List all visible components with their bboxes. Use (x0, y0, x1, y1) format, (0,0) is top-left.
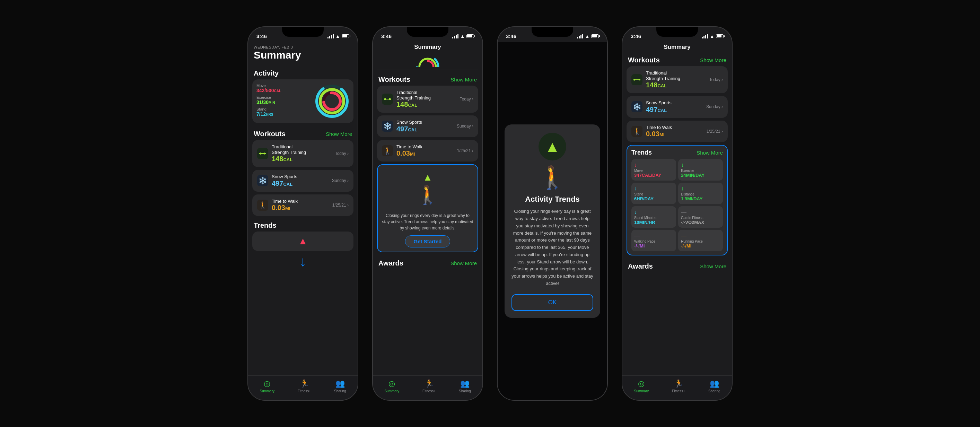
awards-show-more-4[interactable]: Show More (700, 263, 726, 269)
standmin-arrow: ↓ (634, 209, 673, 215)
workouts-section-header: Workouts Show More (248, 127, 358, 140)
standmin-value: 10MIN/HR (634, 220, 673, 225)
trends-grid-header: Trends Show More (632, 149, 723, 156)
signal-icon-2 (452, 34, 458, 38)
runpace-arrow: — (681, 233, 720, 239)
phone-3: 3:46 ▲ ▲ (497, 26, 608, 401)
summary-icon: ◎ (264, 379, 270, 388)
workout-info-2-1: TraditionalStrength Training 148CAL (396, 90, 457, 108)
modal-walk-figure: 🚶 (511, 165, 593, 191)
tab-summary-2[interactable]: ◎ Summary (384, 379, 399, 393)
battery-icon-2 (466, 34, 474, 38)
get-started-button[interactable]: Get Started (405, 235, 450, 247)
tab-fitness-2[interactable]: 🏃 Fitness+ (422, 379, 436, 393)
date-label: WEDNESDAY, FEB 3 (254, 45, 352, 49)
workout-info-4-3: Time to Walk 0.03MI (646, 125, 703, 138)
tab-sharing-1[interactable]: 👥 Sharing (334, 379, 346, 393)
workouts-show-more-2[interactable]: Show More (450, 76, 477, 83)
modal-icon-bg: ▲ (539, 133, 566, 161)
workout-date-2: Sunday › (332, 178, 348, 183)
signal-icon-3 (577, 34, 583, 38)
fitness-icon-4: 🏃 (674, 379, 683, 388)
tab-fitness-1[interactable]: 🏃 Fitness+ (298, 379, 311, 393)
fitness-icon: 🏃 (300, 379, 309, 388)
tab-fitness-4[interactable]: 🏃 Fitness+ (672, 379, 685, 393)
tab-sharing-2[interactable]: 👥 Sharing (459, 379, 471, 393)
partial-rings (377, 53, 478, 70)
distance-value: 1.9MI/DAY (681, 196, 720, 201)
tab-sharing-label: Sharing (334, 389, 346, 393)
tab-summary-label-4: Summary (634, 389, 649, 393)
awards-show-more-2[interactable]: Show More (450, 260, 477, 266)
battery-icon-4 (716, 34, 724, 38)
phone-1: 3:46 ▲ WEDNESDAY, FEB 3 Summary Activity (247, 26, 358, 401)
workout-date-1: Today › (335, 151, 348, 156)
phone2-scroll[interactable]: Workouts Show More TraditionalStrength T… (373, 53, 482, 375)
sharing-icon-4: 👥 (710, 379, 719, 388)
status-icons-1: ▲ (328, 33, 349, 39)
workout-row-4-3[interactable]: 🚶 Time to Walk 0.03MI 1/25/21 › (627, 121, 728, 142)
wifi-icon-3: ▲ (585, 33, 589, 39)
activity-card[interactable]: Move 342/500CAL Exercise 31/30MIN Stand … (252, 80, 353, 123)
workouts-show-more-1[interactable]: Show More (326, 131, 352, 137)
workout-row-2[interactable]: ❄️ Snow Sports 497CAL Sunday › (252, 170, 353, 192)
svg-rect-10 (261, 153, 265, 154)
trend-cell-walkpace: — Walking Pace -/-/MI (632, 230, 676, 251)
modal-body: Closing your rings every day is a great … (511, 208, 593, 287)
notch-2 (407, 27, 449, 37)
modal-ok-button[interactable]: OK (511, 294, 593, 311)
phone1-scroll[interactable]: WEDNESDAY, FEB 3 Summary Activity Move 3… (248, 42, 358, 375)
move-value: 347CAL/DAY (634, 173, 673, 178)
trends-figure: ▲ 🚶 (382, 169, 473, 210)
tab-sharing-label-4: Sharing (708, 389, 720, 393)
tab-summary-4[interactable]: ◎ Summary (634, 379, 649, 393)
trends-title-1: Trends (254, 221, 277, 229)
phone4-scroll[interactable]: Workouts Show More TraditionalStrength T… (622, 53, 732, 375)
nav-title-2: Summary (373, 42, 482, 53)
activity-title: Activity (254, 69, 278, 77)
workouts-show-more-4[interactable]: Show More (700, 57, 726, 63)
trends-preview-1: ▲ (248, 231, 358, 251)
workout-icon-strength (257, 148, 268, 159)
cardio-arrow: — (681, 209, 720, 215)
workout-row-4-2[interactable]: ❄️ Snow Sports 497CAL Sunday › (627, 96, 728, 118)
walk-figure-icon: 🚶 (539, 165, 566, 191)
tab-bar-1: ◎ Summary 🏃 Fitness+ 👥 Sharing (248, 375, 358, 400)
walkpace-arrow: — (634, 233, 673, 239)
trend-cell-standmin: ↓ Stand Minutes 10MIN/HR (632, 206, 676, 228)
exercise-value: 24MIN/DAY (681, 173, 720, 178)
wifi-icon: ▲ (336, 33, 340, 39)
workouts-title-1: Workouts (254, 130, 286, 138)
workout-row-2-2[interactable]: ❄️ Snow Sports 497CAL Sunday › (377, 115, 478, 137)
stand-arrow: ↓ (634, 185, 673, 192)
workout-row-2-1[interactable]: TraditionalStrength Training 148CAL Toda… (377, 86, 478, 113)
workout-icon-snow: ❄️ (257, 175, 268, 186)
awards-title-2: Awards (379, 259, 403, 267)
time-4: 3:46 (631, 33, 641, 39)
workout-row-1[interactable]: TraditionalStrength Training 148CAL Toda… (252, 140, 353, 167)
workout-date-3: 1/25/21 › (332, 203, 348, 208)
nav-title-4: Summary (622, 42, 732, 53)
workout-info-3: Time to Walk 0.03MI (272, 199, 329, 212)
tab-summary-1[interactable]: ◎ Summary (259, 379, 274, 393)
blue-arrow-annotation: ↓ (248, 251, 358, 272)
workout-row-3[interactable]: 🚶 Time to Walk 0.03MI 1/25/21 › (252, 194, 353, 216)
workout-row-2-3[interactable]: 🚶 Time to Walk 0.03MI 1/25/21 › (377, 140, 478, 162)
trend-cell-exercise: ↓ Exercise 24MIN/DAY (678, 159, 723, 180)
trends-card-bordered[interactable]: ▲ 🚶 Closing your rings every day is a gr… (377, 164, 478, 252)
svg-rect-23 (635, 80, 639, 80)
workout-info-2-3: Time to Walk 0.03MI (396, 144, 453, 158)
tab-sharing-4[interactable]: 👥 Sharing (708, 379, 720, 393)
trends-show-more-4[interactable]: Show More (697, 150, 723, 156)
battery-icon (342, 34, 349, 38)
phone1-header: WEDNESDAY, FEB 3 Summary (248, 42, 358, 67)
workout-row-4-1[interactable]: TraditionalStrength Training 148CAL Toda… (627, 66, 728, 93)
workouts-section-header-2: Workouts Show More (373, 73, 482, 86)
get-started-wrapper: Get Started (382, 234, 473, 247)
modal-title: Activity Trends (511, 195, 593, 204)
trend-cell-stand: ↓ Stand 6HR/DAY (632, 183, 676, 204)
tab-sharing-label-2: Sharing (459, 389, 471, 393)
tab-fitness-label-4: Fitness+ (672, 389, 685, 393)
tab-summary-label-2: Summary (384, 389, 399, 393)
trends-grid-4[interactable]: Trends Show More ↓ Move 347CAL/DAY ↓ Exe… (627, 145, 728, 255)
